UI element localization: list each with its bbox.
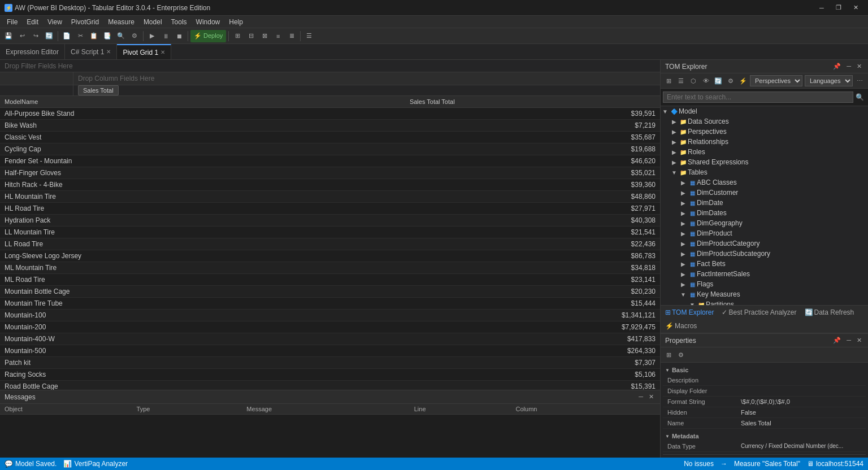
menu-tools[interactable]: Tools [167,17,192,27]
dimcust-expand[interactable]: ▶ [679,190,688,196]
tree-factinternetsales[interactable]: ▶ ▦ FactInternetSales [661,269,868,279]
tom-pin-btn[interactable]: 📌 [831,62,843,71]
tom-tb-grid[interactable]: ⊞ [663,75,674,86]
window-controls[interactable]: ─ ❐ ✕ [814,2,863,14]
tree-relationships[interactable]: ▶ 📁 Relationships [661,137,868,147]
close-button[interactable]: ✕ [848,2,863,14]
languages-dropdown[interactable]: Languages [805,75,853,86]
tree-perspectives[interactable]: ▶ 📁 Perspectives [661,127,868,137]
toolbar-btn-deploy[interactable]: ⚡ Deploy [190,30,226,42]
tom-search-input[interactable] [663,92,853,103]
tom-tb-settings[interactable]: ⚙ [725,75,736,86]
prop-hidden-value[interactable]: False [736,407,866,417]
rel-expand[interactable]: ▶ [670,139,679,145]
tom-tb-diagram[interactable]: ⬡ [688,75,699,86]
table-row[interactable]: Cycling Cap$19,688 [0,143,660,155]
table-row[interactable]: Mountain-500$264,330 [0,345,660,357]
table-container[interactable]: ModelName Sales Total Total All-Purpose … [0,96,660,390]
table-row[interactable]: Long-Sleeve Logo Jersey$86,783 [0,250,660,262]
tom-tb-refresh[interactable]: 🔄 [713,75,724,86]
table-row[interactable]: Mountain-200$7,929,475 [0,321,660,333]
menu-measure[interactable]: Measure [103,17,139,27]
menu-file[interactable]: File [2,17,22,27]
tree-flags[interactable]: ▶ ▦ Flags [661,279,868,289]
toolbar-btn-6[interactable]: ✂ [74,30,86,42]
toolbar-btn-17[interactable]: ≡ [272,30,284,42]
toolbar-btn-12[interactable]: ⏸ [159,30,172,42]
toolbar-btn-4[interactable]: 🔄 [43,30,55,42]
dimprod-expand[interactable]: ▶ [679,230,688,237]
props-close-btn[interactable]: ✕ [855,336,863,345]
toolbar-btn-7[interactable]: 📋 [88,30,100,42]
tab-csharp-script[interactable]: C# Script 1 ✕ [65,44,117,59]
tree-dimgeo[interactable]: ▶ ▦ DimGeography [661,218,868,228]
tables-expand[interactable]: ▼ [670,169,679,176]
factis-expand[interactable]: ▶ [679,271,688,277]
perspectives-dropdown[interactable]: Perspectives [750,75,802,86]
prop-description-value[interactable] [736,375,866,385]
toolbar-btn-8[interactable]: 📑 [101,30,114,42]
table-row[interactable]: Mountain Bottle Cage$20,230 [0,286,660,298]
table-row[interactable]: LL Road Tire$22,436 [0,238,660,250]
tree-dimcustomer[interactable]: ▶ ▦ DimCustomer [661,188,868,198]
tom-close-btn[interactable]: ✕ [855,62,863,71]
tom-tb-preview[interactable]: 👁 [700,75,711,86]
tree-dimdates[interactable]: ▶ ▦ DimDates [661,208,868,218]
search-button[interactable]: 🔍 [853,91,866,103]
table-row[interactable]: Fender Set - Mountain$46,620 [0,155,660,167]
col-model-name-header[interactable]: ModelName [0,96,405,108]
prop-section-meta-header[interactable]: Metadata [663,431,866,441]
toolbar-btn-2[interactable]: ↩ [16,30,28,42]
tree-abc-classes[interactable]: ▶ ▦ ABC Classes [661,177,868,188]
menu-model[interactable]: Model [139,17,167,27]
filter-drop-zone[interactable]: Drop Filter Fields Here [0,60,660,72]
table-row[interactable]: Mountain-400-W$417,833 [0,333,660,345]
toolbar-btn-14[interactable]: ⊞ [231,30,244,42]
toolbar-btn-3[interactable]: ↪ [29,30,42,42]
tom-tb-list[interactable]: ☰ [675,75,687,86]
flags-expand[interactable]: ▶ [679,281,688,288]
menu-help[interactable]: Help [224,17,248,27]
toolbar-btn-15[interactable]: ⊟ [245,30,257,42]
table-row[interactable]: LL Mountain Tire$21,541 [0,227,660,238]
se-expand[interactable]: ▶ [670,159,679,166]
toolbar-btn-11[interactable]: ▶ [146,30,158,42]
model-expand[interactable]: ▼ [661,108,670,115]
table-row[interactable]: ML Mountain Tire$34,818 [0,262,660,274]
prop-section-basic-header[interactable]: Basic [663,365,866,375]
table-row[interactable]: Classic Vest$35,687 [0,132,660,143]
tree-shared-expr[interactable]: ▶ 📁 Shared Expressions [661,157,868,167]
menu-pivotgrid[interactable]: PivotGrid [67,17,103,27]
tab-expression-editor[interactable]: Expression Editor [0,44,65,59]
tree-dimproductcat[interactable]: ▶ ▦ DimProductCategory [661,238,868,249]
tree-data-sources[interactable]: ▶ 📁 Data Sources [661,116,868,127]
dimgeo-expand[interactable]: ▶ [679,220,688,227]
messages-minimize[interactable]: ─ [637,393,645,401]
props-pin-btn[interactable]: 📌 [831,336,843,345]
prop-datatype-value[interactable]: Currency / Fixed Decimal Number (dec... [736,441,866,451]
props-content[interactable]: Basic Description Display Folder Format … [661,363,868,458]
dimprodsubcat-expand[interactable]: ▶ [679,251,688,257]
tab-pivot-grid[interactable]: Pivot Grid 1 ✕ [117,44,171,59]
dimprodcat-expand[interactable]: ▶ [679,241,688,247]
toolbar-btn-5[interactable]: 📄 [60,30,73,42]
toolbar-btn-9[interactable]: 🔍 [115,30,127,42]
tab-data-refresh[interactable]: 🔄 Data Refresh [802,307,857,317]
status-messages-icon[interactable]: 💬 Model Saved. [5,460,57,468]
table-row[interactable]: Hitch Rack - 4-Bike$39,360 [0,179,660,191]
tab-tom-explorer[interactable]: ⊞ TOM Explorer [663,307,716,317]
table-row[interactable]: Half-Finger Gloves$35,021 [0,167,660,179]
abc-expand[interactable]: ▶ [679,180,688,186]
tom-tb-filter[interactable]: ⚡ [737,75,749,86]
tree-tables[interactable]: ▼ 📁 Tables [661,167,868,177]
tree-partitions[interactable]: ▼ 📁 Partitions [661,299,868,305]
restore-button[interactable]: ❐ [831,2,847,14]
table-row[interactable]: Mountain Tire Tube$15,444 [0,298,660,310]
table-row[interactable]: ML Road Tire$23,141 [0,274,660,286]
toolbar-btn-10[interactable]: ⚙ [128,30,141,42]
toolbar-btn-19[interactable]: ☰ [303,30,315,42]
tab-best-practice[interactable]: ✓ Best Practice Analyzer [719,307,798,317]
km-expand[interactable]: ▼ [679,291,688,298]
tom-tree[interactable]: ▼ 🔷 Model ▶ 📁 Data Sources ▶ 📁 Perspecti… [661,106,868,305]
column-drop-zone[interactable]: Drop Column Fields Here [73,72,660,85]
